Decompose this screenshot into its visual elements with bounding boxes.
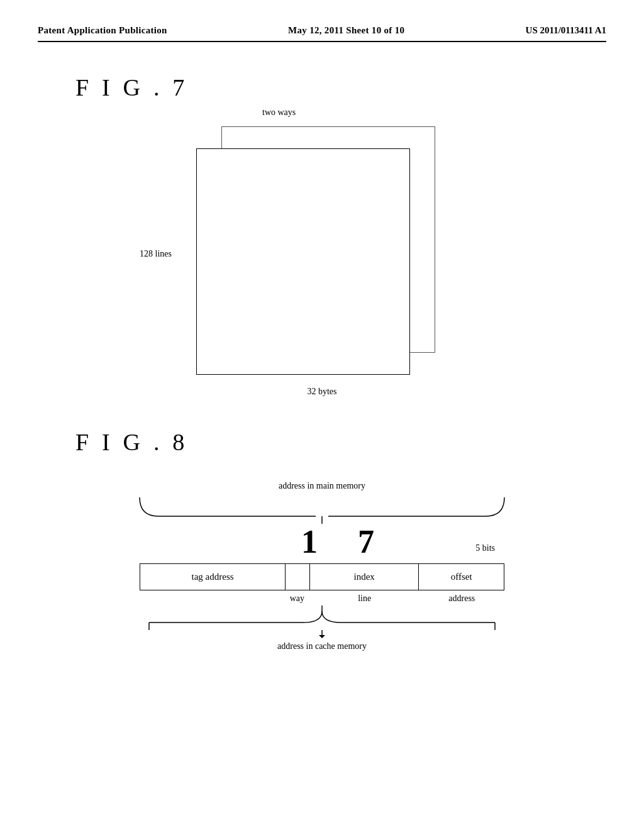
bit7-number: 7 <box>322 526 410 558</box>
bytes-label: 32 bytes <box>307 387 336 397</box>
fig7-diagram: two ways 128 lines 32 bytes <box>38 126 606 390</box>
labels-container: way line address <box>38 590 606 604</box>
tag-address-cell: tag address <box>140 564 286 590</box>
offset-cell: offset <box>419 564 504 590</box>
header-date-sheet: May 12, 2011 Sheet 10 of 10 <box>288 25 404 36</box>
labels-row: way line address <box>140 590 504 604</box>
index-cell: index <box>309 564 419 590</box>
address-label: address <box>419 590 504 604</box>
fig8-section: F I G . 8 address in main memory <box>38 428 606 651</box>
top-brace-svg <box>133 491 511 526</box>
addr-table-row: tag address index offset <box>140 564 504 590</box>
way-label: way <box>140 590 310 604</box>
bottom-brace-area <box>38 604 606 638</box>
rect-front <box>196 148 410 375</box>
way-divider-cell <box>286 564 310 590</box>
numbers-row: 1 7 5 bits <box>140 526 504 558</box>
addr-main-memory-label: address in main memory <box>38 481 606 491</box>
bit5-label: 5 bits <box>410 543 498 558</box>
fig7-section: F I G . 7 two ways 128 lines 32 bytes <box>38 74 606 390</box>
header-patent-number: US 2011/0113411 A1 <box>526 25 606 36</box>
two-ways-label: two ways <box>262 108 296 118</box>
svg-marker-5 <box>319 635 325 638</box>
addr-table: tag address index offset <box>140 563 504 590</box>
bottom-brace-svg <box>133 604 511 638</box>
line-label: line <box>310 590 419 604</box>
bit1-number: 1 <box>297 526 322 558</box>
fig7-inner: two ways 128 lines 32 bytes <box>171 126 473 378</box>
fig7-title: F I G . 7 <box>75 74 606 101</box>
fig8-diagram: address in main memory 1 <box>38 481 606 651</box>
fig8-title: F I G . 8 <box>75 428 606 456</box>
lines-label: 128 lines <box>140 249 172 259</box>
header-publication: Patent Application Publication <box>38 25 167 36</box>
top-brace-area <box>38 491 606 526</box>
page-header: Patent Application Publication May 12, 2… <box>38 25 606 42</box>
page: Patent Application Publication May 12, 2… <box>0 0 644 830</box>
addr-cache-memory-label: address in cache memory <box>38 641 606 651</box>
addr-table-container: tag address index offset <box>38 563 606 590</box>
